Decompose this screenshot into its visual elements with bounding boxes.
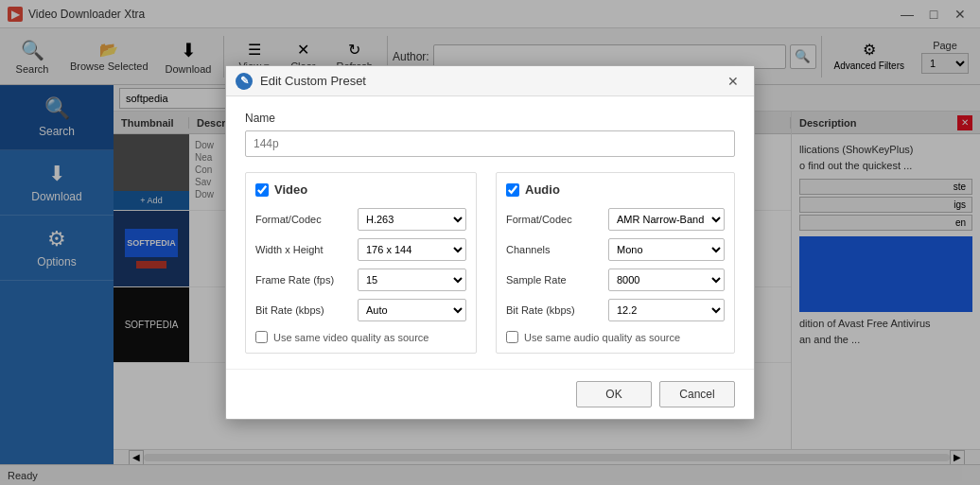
- audio-bitrate-select[interactable]: 12.2 64 128: [608, 299, 725, 321]
- edit-preset-modal: ✎ Edit Custom Preset ✕ Name Video: [225, 65, 755, 420]
- modal-body: Name Video Format/Codec H.263 H.264: [226, 96, 754, 369]
- modal-close-button[interactable]: ✕: [722, 70, 744, 93]
- video-section-header: Video: [255, 182, 466, 197]
- video-fps-row: Frame Rate (fps) 15 24 30: [255, 268, 466, 291]
- modal-overlay: ✎ Edit Custom Preset ✕ Name Video: [0, 0, 980, 485]
- video-quality-row: Use same video quality as source: [255, 331, 466, 343]
- audio-samplerate-select[interactable]: 8000 22050 44100: [608, 268, 725, 291]
- modal-title-bar: ✎ Edit Custom Preset ✕: [226, 66, 754, 96]
- audio-samplerate-label: Sample Rate: [506, 274, 601, 286]
- video-section: Video Format/Codec H.263 H.264 H.265 Wid…: [245, 172, 477, 354]
- video-format-label: Format/Codec: [255, 214, 350, 225]
- ok-button[interactable]: OK: [576, 381, 652, 407]
- audio-section: Audio Format/Codec AMR Narrow-Band AAC M…: [496, 172, 735, 354]
- video-quality-checkbox[interactable]: [255, 331, 268, 343]
- audio-bitrate-label: Bit Rate (kbps): [506, 304, 601, 316]
- audio-quality-label: Use same audio quality as source: [524, 332, 680, 343]
- cancel-button[interactable]: Cancel: [659, 381, 735, 407]
- video-format-select[interactable]: H.263 H.264 H.265: [358, 208, 466, 231]
- audio-enabled-checkbox[interactable]: [506, 183, 519, 197]
- audio-format-select[interactable]: AMR Narrow-Band AAC MP3: [608, 208, 725, 231]
- audio-quality-checkbox[interactable]: [506, 331, 518, 343]
- audio-format-label: Format/Codec: [506, 214, 601, 225]
- modal-icon: ✎: [236, 73, 253, 90]
- audio-channels-row: Channels Mono Stereo: [506, 238, 725, 261]
- audio-quality-row: Use same audio quality as source: [506, 331, 725, 343]
- audio-section-header: Audio: [506, 182, 725, 197]
- name-label: Name: [245, 112, 735, 125]
- video-bitrate-label: Bit Rate (kbps): [255, 304, 350, 316]
- video-bitrate-select[interactable]: Auto 64 128: [358, 299, 466, 321]
- audio-section-title: Audio: [525, 182, 560, 197]
- sections-row: Video Format/Codec H.263 H.264 H.265 Wid…: [245, 172, 735, 354]
- video-quality-label: Use same video quality as source: [273, 332, 429, 343]
- video-size-select[interactable]: 176 x 144 320 x 240 640 x 480: [358, 238, 466, 261]
- modal-title-left: ✎ Edit Custom Preset: [236, 73, 366, 90]
- name-input[interactable]: [245, 130, 735, 157]
- video-fps-select[interactable]: 15 24 30: [358, 268, 466, 291]
- video-section-title: Video: [274, 182, 307, 197]
- video-fps-label: Frame Rate (fps): [255, 274, 350, 286]
- video-size-label: Width x Height: [255, 244, 350, 255]
- audio-samplerate-row: Sample Rate 8000 22050 44100: [506, 268, 725, 291]
- video-format-row: Format/Codec H.263 H.264 H.265: [255, 208, 466, 231]
- audio-channels-label: Channels: [506, 244, 601, 255]
- audio-format-row: Format/Codec AMR Narrow-Band AAC MP3: [506, 208, 725, 231]
- video-bitrate-row: Bit Rate (kbps) Auto 64 128: [255, 299, 466, 321]
- audio-channels-select[interactable]: Mono Stereo: [608, 238, 725, 261]
- video-enabled-checkbox[interactable]: [255, 183, 269, 197]
- modal-title-text: Edit Custom Preset: [260, 74, 366, 88]
- audio-bitrate-row: Bit Rate (kbps) 12.2 64 128: [506, 299, 725, 321]
- video-size-row: Width x Height 176 x 144 320 x 240 640 x…: [255, 238, 466, 261]
- modal-footer: OK Cancel: [226, 369, 754, 419]
